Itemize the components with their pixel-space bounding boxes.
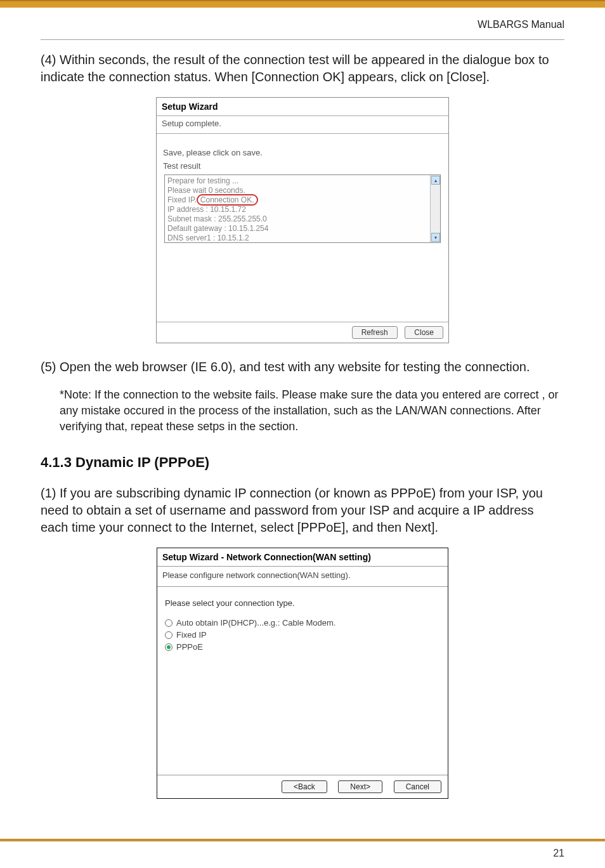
manual-title: WLBARGS Manual [41, 19, 564, 30]
test-result-lines: Prepare for testing ... Please wait 0 se… [167, 176, 427, 243]
step-5: (5) Open the web browser (IE 6.0), and t… [41, 358, 564, 376]
step-1b-text: If you are subscribing dynamic IP connec… [41, 486, 543, 534]
cancel-button[interactable]: Cancel [394, 780, 441, 793]
dialog2-subtitle: Please configure network connection(WAN … [157, 567, 448, 587]
close-button[interactable]: Close [405, 326, 443, 339]
next-button[interactable]: Next> [338, 780, 382, 793]
step-5-text: Open the web browser (IE 6.0), and test … [60, 360, 530, 374]
textarea-scrollbar[interactable]: ▴ ▾ [430, 175, 440, 242]
step-1b: (1) If you are subscribing dynamic IP co… [41, 485, 564, 536]
step-4-num: (4) [41, 53, 56, 67]
step-5-num: (5) [41, 360, 56, 374]
step-4-text: Within seconds, the result of the connec… [41, 53, 549, 84]
ta-line-6: Default gateway : 10.15.1.254 [167, 224, 427, 233]
refresh-button[interactable]: Refresh [352, 326, 398, 339]
radio-pppoe[interactable] [165, 643, 172, 651]
ta-line-3: Fixed IP.Connection OK. [167, 195, 427, 205]
note-block: *Note: If the connection to the website … [41, 387, 564, 434]
scroll-down-icon[interactable]: ▾ [431, 233, 440, 242]
option-pppoe-label: PPPoE [176, 642, 203, 652]
step-1b-num: (1) [41, 486, 56, 500]
back-button[interactable]: <Back [282, 780, 327, 793]
test-result-textarea[interactable]: Prepare for testing ... Please wait 0 se… [164, 174, 441, 243]
page-number: 21 [553, 848, 564, 859]
dialog1-title: Setup Wizard [157, 98, 448, 116]
option-pppoe[interactable]: PPPoE [165, 642, 441, 652]
option-dhcp-label: Auto obtain IP(DHCP)...e.g.: Cable Modem… [176, 618, 335, 628]
option-fixed-ip-label: Fixed IP [176, 630, 207, 640]
test-result-label: Test result [163, 161, 442, 171]
wan-setting-dialog: Setup Wizard - Network Connection(WAN se… [157, 548, 448, 799]
scroll-up-icon[interactable]: ▴ [431, 176, 440, 185]
ta-line-7: DNS server1 : 10.15.1.2 [167, 233, 427, 243]
option-fixed-ip[interactable]: Fixed IP [165, 630, 441, 640]
radio-fixed-ip[interactable] [165, 631, 172, 639]
connection-type-prompt: Please select your connection type. [165, 598, 441, 608]
ta-line-1: Prepare for testing ... [167, 176, 427, 186]
setup-wizard-complete-dialog: Setup Wizard Setup complete. Save, pleas… [156, 97, 449, 343]
note-label: *Note: [60, 388, 91, 401]
dialog2-title: Setup Wizard - Network Connection(WAN se… [157, 548, 448, 567]
dialog1-subtitle: Setup complete. [157, 116, 448, 134]
bottom-accent-bar [0, 839, 605, 841]
ta-line-4: IP address : 10.15.1.72 [167, 205, 427, 214]
top-accent-bar [0, 0, 605, 8]
ta-line-5: Subnet mask : 255.255.255.0 [167, 214, 427, 224]
save-instruction: Save, please click on save. [163, 148, 442, 157]
note-text: If the connection to the website fails. … [60, 388, 558, 433]
header-separator [41, 39, 564, 40]
section-heading: 4.1.3 Dynamic IP (PPPoE) [41, 454, 564, 471]
option-dhcp[interactable]: Auto obtain IP(DHCP)...e.g.: Cable Modem… [165, 618, 441, 628]
step-4: (4) Within seconds, the result of the co… [41, 51, 564, 86]
connection-ok-highlight: Connection OK. [197, 194, 258, 206]
radio-dhcp[interactable] [165, 619, 172, 627]
